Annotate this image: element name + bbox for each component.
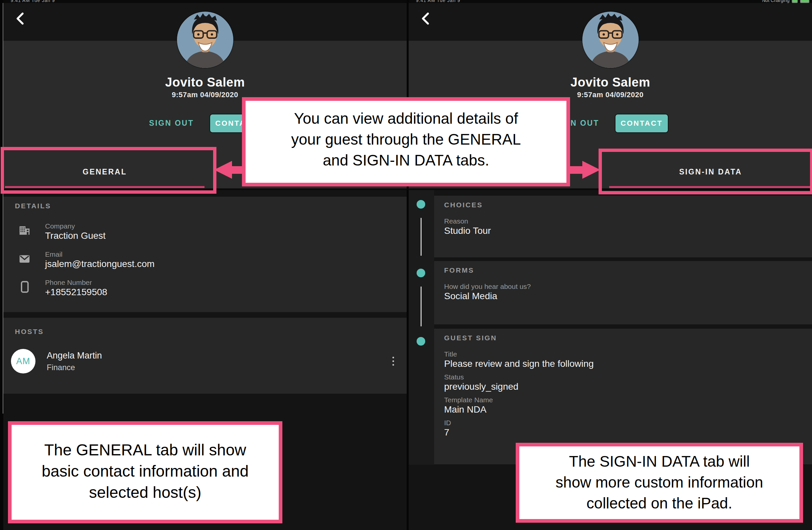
field-label: Reason xyxy=(444,217,812,225)
arrow-to-general-tab-shaft xyxy=(231,166,243,174)
guest-name: Jovito Salem xyxy=(409,75,812,89)
hosts-header: HOSTS xyxy=(15,328,407,336)
building-icon xyxy=(18,225,30,236)
status-battery-cluster: Not Charging xyxy=(762,0,810,3)
detail-row-company: Company Traction Guest xyxy=(18,222,407,241)
signin-field: Title Please review and sign the followi… xyxy=(444,350,812,369)
timeline-connector xyxy=(421,218,422,256)
field-value: Please review and sign the following xyxy=(444,358,812,369)
callout-sign-in-data-description: The SIGN-IN DATA tab will show more cust… xyxy=(516,443,803,523)
general-tab-highlight-box xyxy=(1,147,216,194)
detail-row-email: Email jsalem@tractionguest.com xyxy=(18,250,407,270)
host-department: Finance xyxy=(47,363,102,372)
guest-photo-avatar xyxy=(177,12,233,68)
hosts-card: HOSTS AM Angela Martin Finance xyxy=(3,318,407,394)
guest-photo-avatar xyxy=(582,12,639,68)
arrow-to-general-tab xyxy=(214,161,232,179)
callout-line: The SIGN-IN DATA tab will xyxy=(519,451,799,472)
field-label: Email xyxy=(45,250,155,259)
details-header: DETAILS xyxy=(15,202,407,210)
signin-field: Reason Studio Tour xyxy=(444,217,812,236)
tutorial-screenshot: 9:41 AM Tue Jan 9 9:41 AM Tue Jan 9 Not … xyxy=(0,0,812,530)
battery-status-label: Not Charging xyxy=(762,0,790,3)
field-value: +18552159508 xyxy=(45,287,107,298)
choices-card: CHOICES Reason Studio Tour xyxy=(434,196,812,257)
back-chevron-icon[interactable] xyxy=(421,12,430,25)
field-value: Main NDA xyxy=(444,404,812,415)
choices-header: CHOICES xyxy=(444,201,812,209)
callout-line: You can view additional details of xyxy=(246,108,566,129)
sign-out-button[interactable]: SIGN OUT xyxy=(147,119,194,128)
field-value: jsalem@tractionguest.com xyxy=(45,259,155,270)
signin-field: How did you hear about us? Social Media xyxy=(444,282,812,302)
phone-icon xyxy=(18,281,30,293)
contact-button[interactable]: CONTACT xyxy=(615,114,668,133)
field-value: Traction Guest xyxy=(45,230,106,241)
back-chevron-icon[interactable] xyxy=(15,12,25,25)
timeline-dot xyxy=(417,200,425,209)
signin-field: ID 7 xyxy=(444,419,812,438)
signin-field: Template Name Main NDA xyxy=(444,396,812,415)
status-bar-left-panel: 9:41 AM Tue Jan 9 xyxy=(3,0,407,3)
status-bar-right-panel: 9:41 AM Tue Jan 9 Not Charging xyxy=(409,0,812,3)
field-value: Social Media xyxy=(444,291,812,302)
signin-field: Status previously_signed xyxy=(444,373,812,392)
guest-sign-header: GUEST SIGN xyxy=(444,334,812,342)
forms-card: FORMS How did you hear about us? Social … xyxy=(434,261,812,324)
guest-name: Jovito Salem xyxy=(3,75,407,89)
host-list-item[interactable]: AM Angela Martin Finance xyxy=(11,349,407,374)
arrow-to-sign-in-data-tab-shaft xyxy=(569,166,583,174)
status-clock: 9:41 AM Tue Jan 9 xyxy=(11,0,55,3)
battery-icon xyxy=(800,0,809,3)
callout-line: show more custom information xyxy=(519,472,799,493)
forms-header: FORMS xyxy=(444,266,812,274)
field-value: previously_signed xyxy=(444,381,812,392)
field-label: Company xyxy=(45,222,106,230)
callout-line: selected host(s) xyxy=(12,482,279,503)
sign-in-data-tab-highlight-box xyxy=(598,149,812,194)
callout-line: collected on the iPad. xyxy=(519,493,799,514)
field-value: 7 xyxy=(444,427,812,438)
callout-line: and SIGN-IN DATA tabs. xyxy=(246,150,566,171)
detail-row-phone: Phone Number +18552159508 xyxy=(18,278,407,298)
field-label: How did you hear about us? xyxy=(444,282,812,291)
status-clock: 9:41 AM Tue Jan 9 xyxy=(416,0,460,3)
callout-general-tab-description: The GENERAL tab will show basic contact … xyxy=(8,421,282,524)
host-name: Angela Martin xyxy=(47,350,102,361)
field-label: ID xyxy=(444,419,812,427)
host-initials-avatar: AM xyxy=(11,349,35,374)
field-label: Phone Number xyxy=(45,278,107,287)
arrow-to-sign-in-data-tab xyxy=(582,161,600,179)
callout-line: basic contact information and xyxy=(12,461,279,482)
email-icon xyxy=(18,253,30,265)
host-overflow-menu-icon[interactable] xyxy=(390,355,396,368)
battery-icon xyxy=(792,0,798,3)
field-label: Status xyxy=(444,373,812,381)
timeline-connector xyxy=(421,287,422,326)
timeline-dot xyxy=(417,269,425,277)
callout-line: The GENERAL tab will show xyxy=(12,440,279,461)
field-label: Template Name xyxy=(444,396,812,404)
timeline-dot xyxy=(417,337,425,346)
callout-tabs-overview: You can view additional details of your … xyxy=(242,97,570,186)
field-label: Title xyxy=(444,350,812,358)
field-value: Studio Tour xyxy=(444,225,812,236)
details-card: DETAILS Company Traction Guest xyxy=(3,197,407,312)
callout-line: your guest through the GENERAL xyxy=(246,129,566,150)
